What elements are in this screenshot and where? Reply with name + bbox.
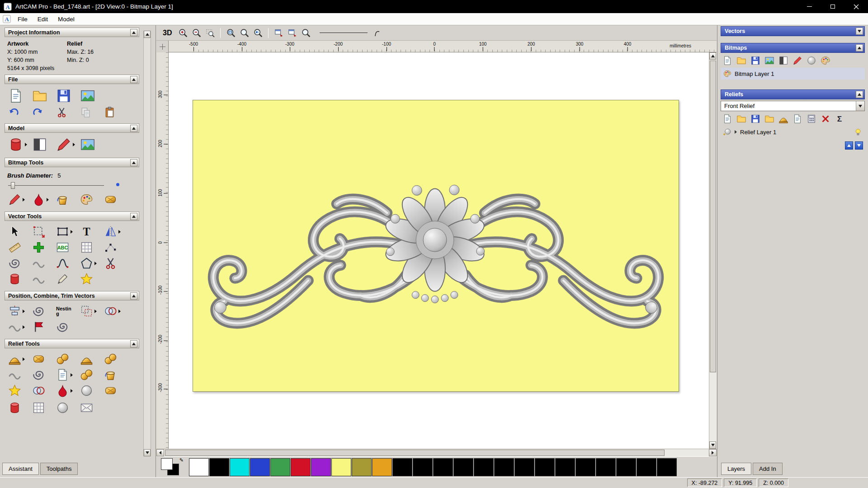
- line-width-preview[interactable]: [320, 29, 368, 37]
- palette-swatch[interactable]: [372, 458, 392, 476]
- primary-colour[interactable]: [161, 458, 173, 470]
- colour-relief-icon[interactable]: [56, 384, 69, 397]
- freehand-draw-icon[interactable]: [56, 272, 69, 286]
- primary-secondary-colour-well[interactable]: ✎: [161, 458, 184, 476]
- fit-arcs-icon[interactable]: [8, 257, 21, 270]
- dome-wizard-icon[interactable]: [80, 368, 93, 381]
- view-3d-button[interactable]: 3D: [159, 27, 175, 39]
- create-polygon-icon[interactable]: [80, 257, 93, 270]
- redo-icon[interactable]: [32, 107, 43, 118]
- more-options-arrow[interactable]: [23, 325, 25, 329]
- offset-relief-icon[interactable]: [104, 384, 117, 397]
- new-model-icon[interactable]: [8, 88, 24, 103]
- move-layer-down-button[interactable]: [855, 141, 863, 150]
- more-options-arrow[interactable]: [47, 198, 49, 202]
- new-bitmap-icon[interactable]: [722, 56, 732, 66]
- open-model-icon[interactable]: [32, 88, 47, 103]
- texture-relief-icon[interactable]: [56, 352, 69, 366]
- zoom-in-icon[interactable]: [178, 28, 188, 38]
- expand-arrow-icon[interactable]: [735, 130, 737, 134]
- palette-swatch[interactable]: [657, 458, 677, 476]
- import-relief-icon[interactable]: [764, 114, 774, 124]
- align-vectors-icon[interactable]: [8, 305, 21, 318]
- palette-swatch[interactable]: [616, 458, 636, 476]
- collapse-button[interactable]: [856, 28, 863, 35]
- palette-swatch[interactable]: [535, 458, 555, 476]
- tab-layers[interactable]: Layers: [721, 463, 751, 475]
- horizontal-scroll-thumb[interactable]: [165, 450, 665, 456]
- paint-selective-icon[interactable]: [32, 193, 45, 206]
- create-text-icon[interactable]: T: [80, 225, 93, 238]
- bitmap-layer-row[interactable]: Bitmap Layer 1: [721, 68, 865, 80]
- emboss-wizard-icon[interactable]: [104, 368, 117, 381]
- close-button[interactable]: [844, 0, 868, 13]
- collapse-button[interactable]: [130, 159, 137, 166]
- smooth-polyline-icon[interactable]: [32, 257, 45, 270]
- weave-wizard-icon[interactable]: [32, 368, 45, 381]
- extra-relief-icon-4[interactable]: [80, 401, 93, 414]
- palette-swatch[interactable]: [514, 458, 534, 476]
- palette-swatch[interactable]: [331, 458, 351, 476]
- vector-doctor-icon[interactable]: [32, 320, 45, 333]
- cut-icon[interactable]: [56, 107, 67, 118]
- collapse-button[interactable]: [130, 76, 137, 83]
- more-options-arrow[interactable]: [118, 310, 121, 313]
- palette-swatch[interactable]: [311, 458, 331, 476]
- duplicate-relief-icon[interactable]: [793, 114, 802, 124]
- slider-handle[interactable]: [11, 182, 15, 189]
- palette-swatch[interactable]: [433, 458, 453, 476]
- select-vectors-icon[interactable]: [8, 225, 21, 238]
- spiral-array-icon[interactable]: [56, 320, 69, 333]
- palette-swatch[interactable]: [413, 458, 433, 476]
- measure-icon[interactable]: [8, 241, 21, 254]
- extra-relief-icon-2[interactable]: [32, 401, 45, 414]
- node-editing-icon[interactable]: [104, 241, 117, 254]
- document-menu-icon[interactable]: [3, 15, 11, 23]
- palette-swatch[interactable]: [453, 458, 473, 476]
- tab-assistant[interactable]: Assistant: [2, 463, 39, 475]
- relief-layer-row[interactable]: Relief Layer 1: [721, 126, 865, 138]
- bitmap-link-icon[interactable]: [807, 56, 816, 66]
- sculpt-icon[interactable]: [8, 368, 21, 381]
- draw-icon[interactable]: [8, 193, 21, 206]
- zoom-objects-icon[interactable]: [205, 28, 215, 38]
- contrast-icon[interactable]: [778, 56, 788, 66]
- more-options-arrow[interactable]: [94, 310, 97, 313]
- slider-track[interactable]: [8, 185, 104, 186]
- bitmap-text-icon[interactable]: [793, 56, 802, 66]
- collapse-button[interactable]: [130, 292, 137, 300]
- open-bitmap-icon[interactable]: [736, 56, 746, 66]
- zoom-out-icon[interactable]: [192, 28, 202, 38]
- copy-icon[interactable]: [80, 107, 91, 118]
- menu-model[interactable]: Model: [53, 14, 80, 24]
- zoom-window-icon[interactable]: [226, 28, 236, 38]
- tab-add-in[interactable]: Add In: [753, 463, 783, 475]
- palette-swatch[interactable]: [189, 458, 209, 476]
- dropdown-button[interactable]: [856, 101, 864, 111]
- create-star-icon[interactable]: [80, 272, 93, 286]
- extrude-icon[interactable]: [8, 272, 21, 286]
- palette-swatch[interactable]: [494, 458, 514, 476]
- palette-swatch[interactable]: [474, 458, 494, 476]
- scroll-down-button[interactable]: [144, 449, 151, 456]
- nesting-icon[interactable]: Nesting: [56, 306, 71, 316]
- collapse-button[interactable]: [130, 125, 137, 132]
- fit-curve-icon[interactable]: [32, 272, 45, 286]
- relief-select-dropdown[interactable]: Front Relief: [721, 101, 865, 111]
- calculate-icon[interactable]: [807, 114, 816, 124]
- palette-swatch[interactable]: [637, 458, 656, 476]
- create-polyline-icon[interactable]: [32, 241, 45, 254]
- smooth-relief-icon[interactable]: [32, 352, 45, 366]
- total-relief-icon[interactable]: Σ: [835, 114, 844, 124]
- move-layer-up-button[interactable]: [845, 141, 853, 150]
- snap-grid-icon[interactable]: [80, 241, 93, 254]
- weld-vectors-icon[interactable]: [104, 305, 117, 318]
- paste-icon[interactable]: [104, 107, 115, 118]
- vertical-scrollbar[interactable]: [709, 52, 717, 449]
- extra-relief-icon-3[interactable]: [56, 401, 69, 414]
- calculate-relief-icon[interactable]: [8, 352, 21, 366]
- menu-file[interactable]: File: [13, 14, 33, 24]
- collapse-button[interactable]: [856, 44, 863, 52]
- collapse-button[interactable]: [130, 340, 137, 347]
- more-options-arrow[interactable]: [25, 143, 27, 146]
